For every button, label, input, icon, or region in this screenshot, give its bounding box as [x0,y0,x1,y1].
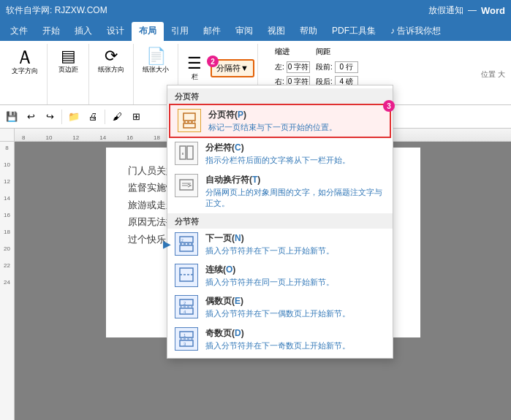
fenlanz-icon [175,142,198,165]
oushuye-desc: 插入分节符并在下一偶数页上开始新节。 [205,308,385,319]
tab-layout[interactable]: 布局 [132,22,164,41]
dropdown-section-fenyefu: 分页符 [167,88,393,104]
dropdown-fenhuf: 分页符 3 分页符(P) 标记一页结束与下一页开始的位置。 分栏符(C) 指示分… [167,85,393,359]
svg-rect-4 [187,146,193,159]
tab-design[interactable]: 设计 [99,22,132,41]
jishuye-icon: 13 [175,327,198,351]
indent-group: 缩进 左: 右: [275,47,310,88]
toolbar-sep1 [61,110,62,124]
dropdown-item-oushuye[interactable]: 24 偶数页(E) 插入分节符并在下一偶数页上开始新节。 [167,291,393,323]
svg-rect-6 [180,180,193,190]
oushuye-text: 偶数页(E) 插入分节符并在下一偶数页上开始新节。 [205,295,385,319]
svg-rect-18 [180,308,193,314]
fenhuf-badge: 2 [207,56,219,67]
btn-print[interactable]: 🖨 [84,108,102,126]
zhixiang-icon: ⟳ [105,47,118,65]
tab-review[interactable]: 审阅 [228,22,260,41]
svg-rect-11 [180,245,193,251]
spacing-before-input[interactable] [335,61,358,73]
btn-fenhuf[interactable]: 2 分隔符▼ [211,59,254,77]
btn-zhizhangdaxiao[interactable]: 📄 纸张大小 [138,45,173,77]
wenzi-label: 文字方向 [12,66,38,76]
spacing-before-row: 段前: [316,61,358,73]
dropdown-item-fenlanz[interactable]: 分栏符(C) 指示分栏符后面的文字将从下一栏开始。 [167,138,393,169]
dropdown-section-fenjie: 分节符 [167,213,393,229]
btn-redo[interactable]: ↪ [41,108,58,126]
jishuye-desc: 插入分节符并在下一奇数页上开始新节。 [205,340,385,351]
ribbon-tabs: 文件 开始 插入 设计 布局 引用 邮件 审阅 视图 帮助 PDF工具集 ♪ 告… [0,20,511,41]
dropdown-item-lianxu[interactable]: 连续(O) 插入分节符并在同一页上开始新节。 [167,260,393,291]
title-separator: — [468,5,477,15]
svg-rect-23 [180,340,193,346]
svg-rect-0 [183,113,195,121]
dropdown-item-xiayiye[interactable]: ▶ 2 下一页(N) 插入分节符并在下一页上开始新节。 [167,229,393,260]
ribbon: Ａ 文字方向 ▤ 页边距 ⟳ 纸张方向 📄 纸张大小 [0,41,511,105]
spacing-group: 间距 段前: 段后: [316,47,358,88]
indent-left-input[interactable] [287,61,310,73]
xiayiye-title: 下一页(N) [205,232,385,245]
ribbon-group-zhixiang: ⟳ 纸张方向 [89,44,134,104]
oushuye-icon: 24 [175,295,198,318]
tab-pdf[interactable]: PDF工具集 [325,22,383,41]
fenyefu-title: 分页符(P) [208,109,382,121]
svg-text:1: 1 [183,333,186,337]
title-right: 放假通知 — Word [428,4,505,17]
dropdown-item-zidonghuanhang[interactable]: 自动换行符(T) 分隔网页上的对象周围的文字，如分隔题注文字与正文。 [167,170,393,213]
spacing-title: 间距 [316,47,358,57]
indent-left-label: 左: [275,62,284,72]
fenlanz-desc: 指示分栏符后面的文字将从下一栏开始。 [205,155,385,166]
btn-lan[interactable]: ☰ 栏 [181,53,208,84]
zhida-icon: 📄 [146,47,166,65]
ribbon-right-section: 位置 大 [481,44,508,104]
indent-title: 缩进 [275,47,310,57]
dropdown-item-jishuye[interactable]: 13 奇数页(D) 插入分节符并在下一奇数页上开始新节。 [167,324,393,355]
bianju-label: 页边距 [58,65,78,75]
ribbon-group-wenzi: Ａ 文字方向 [3,44,48,104]
tab-home[interactable]: 开始 [35,22,67,41]
lianxu-title: 连续(O) [205,264,385,276]
title-notification: 放假通知 [428,4,463,17]
fenhuf-container: 2 分隔符▼ [211,59,254,77]
left-ruler: 8 10 12 14 16 18 20 22 24 [0,142,15,420]
tab-references[interactable]: 引用 [164,22,196,41]
zidonghuanhang-icon [175,174,198,197]
tab-mailings[interactable]: 邮件 [196,22,228,41]
zhida-label: 纸张大小 [143,65,169,75]
btn-save[interactable]: 💾 [3,108,20,126]
badge-3: 3 [383,100,395,112]
svg-text:4: 4 [183,310,186,314]
ruler-corner [0,129,15,141]
fenyefu-icon [178,109,201,132]
bianju-icon: ▤ [61,47,76,65]
tab-help[interactable]: 帮助 [292,22,325,41]
fenlanz-title: 分栏符(C) [205,142,385,154]
tab-insert[interactable]: 插入 [67,22,99,41]
fenyefu-text: 分页符(P) 标记一页结束与下一页开始的位置。 [208,109,382,133]
bianju-content: ▤ 页边距 [52,45,84,103]
tab-file[interactable]: 文件 [3,22,35,41]
toolbar-sep2 [105,110,105,124]
tab-search[interactable]: ♪ 告诉我你想 [383,22,448,41]
tab-view[interactable]: 视图 [260,22,292,41]
svg-text:2: 2 [181,238,183,243]
zidonghuanhang-text: 自动换行符(T) 分隔网页上的对象周围的文字，如分隔题注文字与正文。 [205,174,385,210]
svg-rect-20 [180,332,193,337]
xiayiye-icon: 2 [175,232,198,256]
btn-open[interactable]: 📁 [65,108,83,126]
btn-yebaianju[interactable]: ▤ 页边距 [52,45,84,77]
svg-rect-2 [183,123,195,128]
btn-format[interactable]: 🖌 [108,108,126,126]
ribbon-group-bianju: ▤ 页边距 [48,44,89,104]
lan-label: 栏 [192,72,198,82]
zidonghuanhang-title: 自动换行符(T) [205,174,385,186]
btn-undo[interactable]: ↩ [22,108,39,126]
btn-table[interactable]: ⊞ [127,108,145,126]
fenyefu-desc: 标记一页结束与下一页开始的位置。 [208,122,382,133]
title-app: Word [481,5,505,16]
btn-zhizhangfangxiang[interactable]: ⟳ 纸张方向 [94,45,129,77]
indent-left-row: 左: [275,61,310,73]
svg-rect-15 [180,299,193,305]
dropdown-item-fenyefu[interactable]: 3 分页符(P) 标记一页结束与下一页开始的位置。 [169,104,391,138]
btn-wenzifangxiang[interactable]: Ａ 文字方向 [7,45,42,78]
lianxu-icon [175,264,198,287]
